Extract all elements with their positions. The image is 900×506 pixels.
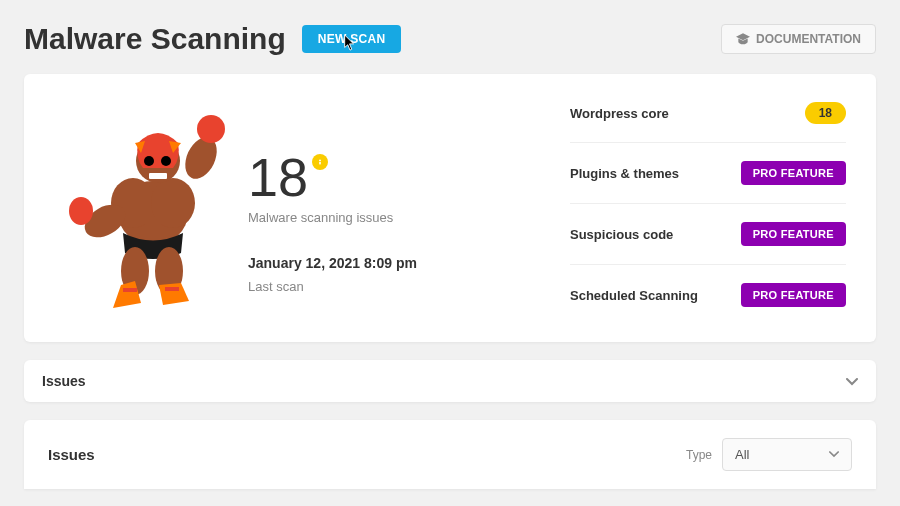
documentation-button[interactable]: DOCUMENTATION (721, 24, 876, 54)
last-scan-date: January 12, 2021 8:09 pm (248, 255, 510, 271)
stats-column: 18 Malware scanning issues January 12, 2… (240, 102, 510, 314)
category-label: Suspicious code (570, 227, 673, 242)
new-scan-label: NEW SCAN (318, 32, 386, 46)
issues-collapse-label: Issues (42, 373, 86, 389)
category-label: Plugins & themes (570, 166, 679, 181)
issues-panel: Issues Type All (24, 420, 876, 489)
issues-panel-title: Issues (48, 446, 95, 463)
issues-collapse-toggle[interactable]: Issues (24, 360, 876, 402)
new-scan-button[interactable]: NEW SCAN (302, 25, 402, 53)
svg-point-15 (319, 159, 321, 161)
category-row-suspicious-code: Suspicious code PRO FEATURE (570, 204, 846, 265)
issue-count: 18 (248, 150, 308, 204)
pro-feature-badge[interactable]: PRO FEATURE (741, 283, 846, 307)
type-filter-value: All (735, 447, 749, 462)
svg-rect-6 (149, 173, 167, 179)
svg-point-2 (151, 178, 195, 228)
documentation-label: DOCUMENTATION (756, 32, 861, 46)
type-filter-label: Type (686, 448, 712, 462)
category-label: Wordpress core (570, 106, 669, 121)
category-row-scheduled-scanning: Scheduled Scanning PRO FEATURE (570, 265, 846, 307)
svg-point-4 (144, 156, 154, 166)
category-label: Scheduled Scanning (570, 288, 698, 303)
svg-rect-14 (165, 287, 179, 291)
page-header: Malware Scanning NEW SCAN DOCUMENTATION (0, 0, 900, 74)
chevron-down-icon (846, 373, 858, 389)
summary-card: 18 Malware scanning issues January 12, 2… (24, 74, 876, 342)
category-row-wordpress-core: Wordpress core 18 (570, 102, 846, 143)
svg-point-10 (69, 197, 93, 225)
warning-badge-icon (312, 154, 328, 170)
svg-point-8 (197, 115, 225, 143)
last-scan-label: Last scan (248, 279, 510, 294)
page-title: Malware Scanning (24, 22, 286, 56)
category-row-plugins-themes: Plugins & themes PRO FEATURE (570, 143, 846, 204)
graduation-cap-icon (736, 33, 750, 45)
issue-count-row: 18 (248, 150, 510, 204)
svg-rect-13 (123, 288, 137, 292)
pro-feature-badge[interactable]: PRO FEATURE (741, 222, 846, 246)
mascot-column (50, 102, 240, 314)
categories-column: Wordpress core 18 Plugins & themes PRO F… (510, 102, 846, 314)
chevron-down-icon (829, 451, 839, 458)
category-count-badge: 18 (805, 102, 846, 124)
svg-rect-16 (319, 162, 321, 164)
mascot-image (63, 103, 228, 313)
issue-count-subtext: Malware scanning issues (248, 210, 510, 225)
pro-feature-badge[interactable]: PRO FEATURE (741, 161, 846, 185)
type-filter-select[interactable]: All (722, 438, 852, 471)
svg-point-5 (161, 156, 171, 166)
